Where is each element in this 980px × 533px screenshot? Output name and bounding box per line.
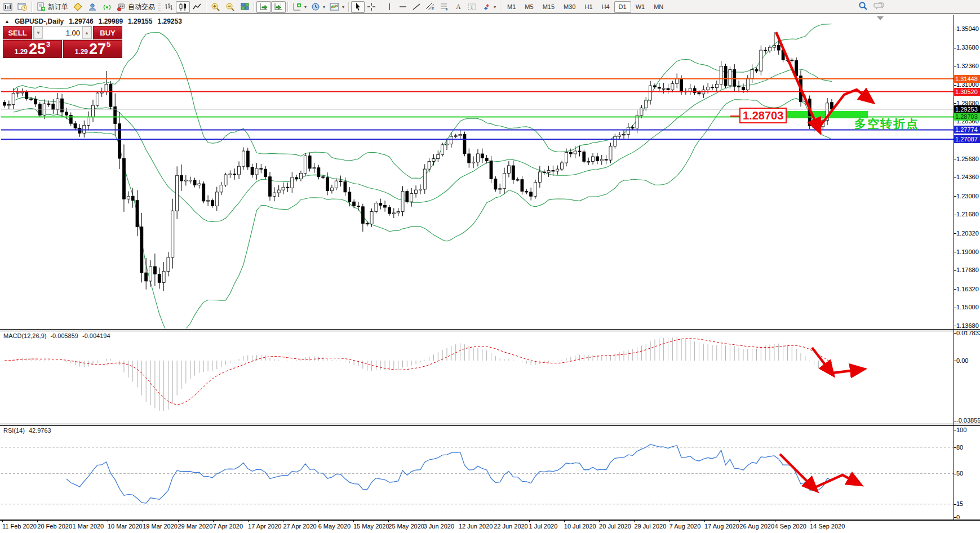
candle-chart-button[interactable] xyxy=(176,1,190,13)
macd-value-main: -0.005859 xyxy=(50,332,78,339)
metaeditor-button[interactable] xyxy=(70,1,85,13)
text-icon: A xyxy=(454,2,462,11)
volume-increase-button[interactable]: ▲ xyxy=(82,26,91,39)
autotrading-label: 自动交易 xyxy=(128,2,155,12)
date-tick-label: 26 Aug 2020 xyxy=(739,523,774,530)
timeframe-w1[interactable]: W1 xyxy=(631,1,650,13)
date-tick-label: 1 Jul 2020 xyxy=(529,523,558,530)
date-tick-mark xyxy=(2,520,3,522)
text-label-button[interactable]: T xyxy=(465,1,480,13)
date-tick-label: 15 May 2020 xyxy=(353,523,389,530)
rsi-tick-label: 15 xyxy=(956,500,963,507)
templates-icon xyxy=(330,2,340,11)
chart-shift-marker[interactable] xyxy=(877,16,884,20)
periods-button[interactable]: ▾ xyxy=(309,1,327,13)
ohlc-low: 1.29155 xyxy=(128,17,152,25)
rsi-tick-label: 80 xyxy=(956,444,963,451)
dropdown-caret: ▾ xyxy=(342,5,344,10)
date-tick-mark xyxy=(564,520,565,522)
chart-shift-icon xyxy=(273,2,283,11)
autotrading-button[interactable]: 自动交易 xyxy=(114,1,157,13)
templates-button[interactable]: ▾ xyxy=(327,1,347,13)
new-chart-button[interactable] xyxy=(1,1,15,13)
text-button[interactable]: A xyxy=(451,1,465,13)
chart-canvas[interactable] xyxy=(0,0,980,533)
buy-price-main: 27 xyxy=(89,42,106,56)
signals-button[interactable] xyxy=(100,1,114,13)
zoom-in-button[interactable] xyxy=(209,1,223,13)
date-tick-mark xyxy=(810,520,810,522)
line-chart-icon xyxy=(192,2,202,11)
timeframe-m5[interactable]: M5 xyxy=(520,1,538,13)
timeframe-d1[interactable]: D1 xyxy=(614,1,631,13)
collapse-panel-icon[interactable]: ▲ xyxy=(5,19,10,24)
search-icon[interactable] xyxy=(858,1,868,11)
sell-quote[interactable]: 1.29 25 3 xyxy=(3,40,62,58)
pane-separator[interactable] xyxy=(0,424,980,424)
date-tick-mark xyxy=(143,520,143,522)
tile-windows-icon xyxy=(240,2,250,11)
date-tick-label: 10 Mar 2020 xyxy=(108,523,143,530)
zoom-out-icon xyxy=(225,2,236,11)
macd-value-signal: -0.004194 xyxy=(82,332,110,339)
crosshair-button[interactable] xyxy=(365,1,378,13)
chart-shift-button[interactable] xyxy=(271,1,286,13)
trendline-button[interactable] xyxy=(410,1,423,13)
date-tick-label: 29 Mar 2020 xyxy=(178,523,213,530)
new-order-button[interactable]: 新订单 xyxy=(34,1,70,13)
price-tick-label: 1.32360 xyxy=(956,63,979,69)
horizontal-line-button[interactable] xyxy=(396,1,410,13)
toolbar-separator xyxy=(206,2,207,12)
vertical-line-button[interactable] xyxy=(383,1,396,13)
profiles-button[interactable] xyxy=(15,1,30,13)
date-tick-mark xyxy=(108,520,108,522)
indicators-button[interactable]: ▾ xyxy=(290,1,309,13)
auto-scroll-button[interactable] xyxy=(256,1,271,13)
arrows-button[interactable]: ▾ xyxy=(480,1,498,13)
buy-quote[interactable]: 1.29 27 5 xyxy=(63,40,122,58)
horizontal-line-icon xyxy=(398,2,407,11)
timeframe-m1[interactable]: M1 xyxy=(503,1,520,13)
turning-point-note[interactable]: 多空转折点 xyxy=(854,116,919,132)
toolbar-separator xyxy=(254,2,255,12)
timeframe-h1[interactable]: H1 xyxy=(580,1,597,13)
fibonacci-icon: F xyxy=(440,2,449,11)
tile-windows-button[interactable] xyxy=(238,1,252,13)
channel-button[interactable]: E xyxy=(423,1,437,13)
date-tick-label: 17 Aug 2020 xyxy=(704,523,739,530)
main-toolbar: 新订单 自动交易 ▾ ▾ ▾ E F A T ▾ M1M5M15M30H1H4D… xyxy=(0,0,980,14)
arrows-icon xyxy=(482,2,491,11)
pane-separator[interactable] xyxy=(0,329,980,330)
community-icon xyxy=(87,2,97,11)
date-tick-label: 27 Apr 2020 xyxy=(283,523,316,530)
trendline-icon xyxy=(412,2,421,11)
date-tick-mark xyxy=(739,520,740,522)
line-chart-button[interactable] xyxy=(190,1,204,13)
community-button[interactable] xyxy=(85,1,100,13)
cursor-button[interactable] xyxy=(351,1,365,13)
timeframe-m15[interactable]: M15 xyxy=(538,1,559,13)
rsi-tick-label: 100 xyxy=(956,427,966,433)
bar-chart-button[interactable] xyxy=(162,1,176,13)
price-flag-label[interactable]: 1.28703 xyxy=(739,108,787,123)
buy-price-pip: 5 xyxy=(107,37,110,52)
chat-icon[interactable] xyxy=(873,1,885,11)
svg-text:A: A xyxy=(456,3,461,11)
sell-button[interactable]: SELL xyxy=(3,26,32,39)
timeframe-m30[interactable]: M30 xyxy=(559,1,580,13)
zoom-out-button[interactable] xyxy=(223,1,238,13)
buy-price-prefix: 1.29 xyxy=(75,48,88,56)
macd-series xyxy=(5,337,832,411)
timeframe-mn[interactable]: MN xyxy=(649,1,668,13)
sell-price-pip: 3 xyxy=(46,37,50,52)
price-tick-label: 1.24360 xyxy=(956,174,979,180)
text-label-icon: T xyxy=(467,2,477,11)
pane-separator xyxy=(0,425,980,426)
macd-tick-label: -0.038559 xyxy=(956,417,980,424)
svg-text:F: F xyxy=(446,7,448,11)
fibonacci-button[interactable]: F xyxy=(437,1,451,13)
date-tick-mark xyxy=(73,520,73,522)
timeframe-h4[interactable]: H4 xyxy=(597,1,614,13)
volume-decrease-button[interactable]: ▼ xyxy=(34,26,43,39)
price-badge: 1.30520 xyxy=(954,88,980,96)
